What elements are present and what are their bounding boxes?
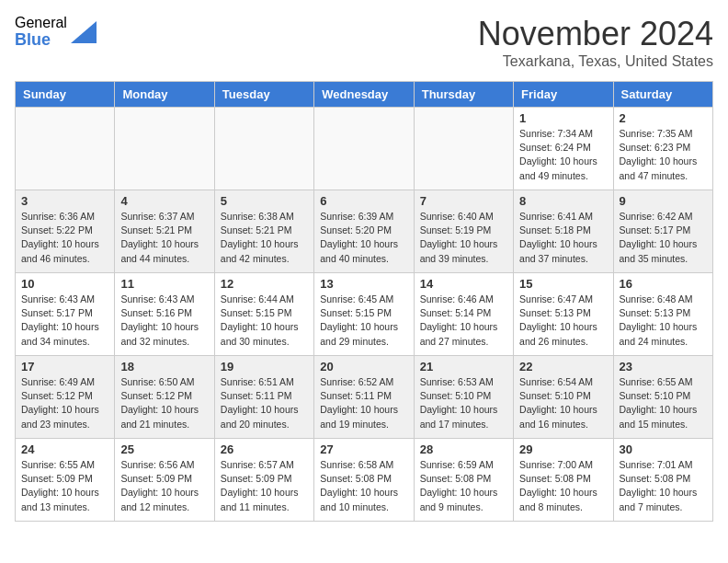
calendar-cell: 7Sunrise: 6:40 AM Sunset: 5:19 PM Daylig…: [414, 190, 513, 273]
calendar-cell: 16Sunrise: 6:48 AM Sunset: 5:13 PM Dayli…: [613, 273, 712, 356]
day-info: Sunrise: 6:49 AM Sunset: 5:12 PM Dayligh…: [21, 375, 108, 431]
day-info: Sunrise: 7:01 AM Sunset: 5:08 PM Dayligh…: [620, 458, 707, 514]
calendar-cell: 6Sunrise: 6:39 AM Sunset: 5:20 PM Daylig…: [314, 190, 414, 273]
day-number: 3: [21, 194, 108, 208]
day-number: 16: [620, 277, 707, 291]
day-info: Sunrise: 7:35 AM Sunset: 6:23 PM Dayligh…: [620, 127, 707, 183]
calendar-cell: 17Sunrise: 6:49 AM Sunset: 5:12 PM Dayli…: [16, 356, 115, 439]
calendar-cell: 2Sunrise: 7:35 AM Sunset: 6:23 PM Daylig…: [613, 108, 712, 190]
day-number: 26: [221, 442, 308, 456]
day-info: Sunrise: 6:54 AM Sunset: 5:10 PM Dayligh…: [519, 375, 607, 431]
weekday-header-sunday: Sunday: [16, 82, 115, 108]
calendar-cell: 13Sunrise: 6:45 AM Sunset: 5:15 PM Dayli…: [314, 273, 414, 356]
calendar-cell: [214, 108, 313, 190]
day-info: Sunrise: 6:37 AM Sunset: 5:21 PM Dayligh…: [120, 210, 208, 266]
calendar-cell: 21Sunrise: 6:53 AM Sunset: 5:10 PM Dayli…: [414, 356, 513, 439]
weekday-header-monday: Monday: [115, 82, 214, 108]
weekday-header-thursday: Thursday: [414, 82, 513, 108]
day-info: Sunrise: 6:43 AM Sunset: 5:16 PM Dayligh…: [120, 293, 208, 349]
day-info: Sunrise: 6:55 AM Sunset: 5:09 PM Dayligh…: [21, 458, 108, 514]
calendar-cell: 26Sunrise: 6:57 AM Sunset: 5:09 PM Dayli…: [214, 439, 313, 522]
calendar-cell: 27Sunrise: 6:58 AM Sunset: 5:08 PM Dayli…: [314, 439, 414, 522]
day-number: 1: [519, 111, 607, 125]
calendar-cell: 25Sunrise: 6:56 AM Sunset: 5:09 PM Dayli…: [115, 439, 214, 522]
day-number: 17: [21, 360, 108, 373]
day-info: Sunrise: 6:52 AM Sunset: 5:11 PM Dayligh…: [320, 375, 407, 431]
day-number: 10: [21, 277, 108, 291]
calendar-week-row: 3Sunrise: 6:36 AM Sunset: 5:22 PM Daylig…: [16, 190, 713, 273]
weekday-header-friday: Friday: [514, 82, 613, 108]
calendar-cell: 9Sunrise: 6:42 AM Sunset: 5:17 PM Daylig…: [613, 190, 712, 273]
calendar-cell: 19Sunrise: 6:51 AM Sunset: 5:11 PM Dayli…: [214, 356, 313, 439]
day-number: 21: [420, 360, 507, 373]
calendar-cell: 29Sunrise: 7:00 AM Sunset: 5:08 PM Dayli…: [514, 439, 613, 522]
day-number: 20: [320, 360, 407, 373]
calendar-cell: 15Sunrise: 6:47 AM Sunset: 5:13 PM Dayli…: [514, 273, 613, 356]
calendar-cell: 5Sunrise: 6:38 AM Sunset: 5:21 PM Daylig…: [214, 190, 313, 273]
logo-general: General: [15, 15, 67, 31]
calendar-cell: 24Sunrise: 6:55 AM Sunset: 5:09 PM Dayli…: [16, 439, 115, 522]
calendar-cell: [16, 108, 115, 190]
calendar-cell: 20Sunrise: 6:52 AM Sunset: 5:11 PM Dayli…: [314, 356, 414, 439]
day-number: 27: [320, 442, 407, 456]
day-info: Sunrise: 6:44 AM Sunset: 5:15 PM Dayligh…: [221, 293, 308, 349]
day-info: Sunrise: 6:45 AM Sunset: 5:15 PM Dayligh…: [320, 293, 407, 349]
weekday-header-tuesday: Tuesday: [214, 82, 313, 108]
day-number: 12: [221, 277, 308, 291]
day-number: 23: [620, 360, 707, 373]
calendar-cell: 10Sunrise: 6:43 AM Sunset: 5:17 PM Dayli…: [16, 273, 115, 356]
day-number: 13: [320, 277, 407, 291]
calendar-cell: 1Sunrise: 7:34 AM Sunset: 6:24 PM Daylig…: [514, 108, 613, 190]
day-info: Sunrise: 6:53 AM Sunset: 5:10 PM Dayligh…: [420, 375, 507, 431]
calendar-cell: 11Sunrise: 6:43 AM Sunset: 5:16 PM Dayli…: [115, 273, 214, 356]
page-header: General Blue November 2024 Texarkana, Te…: [15, 15, 713, 70]
day-info: Sunrise: 6:36 AM Sunset: 5:22 PM Dayligh…: [21, 210, 108, 266]
calendar-cell: [414, 108, 513, 190]
logo-blue: Blue: [15, 31, 67, 50]
day-info: Sunrise: 6:43 AM Sunset: 5:17 PM Dayligh…: [21, 293, 108, 349]
calendar-cell: 23Sunrise: 6:55 AM Sunset: 5:10 PM Dayli…: [613, 356, 712, 439]
calendar-week-row: 17Sunrise: 6:49 AM Sunset: 5:12 PM Dayli…: [16, 356, 713, 439]
weekday-header-wednesday: Wednesday: [314, 82, 414, 108]
day-info: Sunrise: 6:38 AM Sunset: 5:21 PM Dayligh…: [221, 210, 308, 266]
day-info: Sunrise: 6:51 AM Sunset: 5:11 PM Dayligh…: [221, 375, 308, 431]
calendar-cell: 22Sunrise: 6:54 AM Sunset: 5:10 PM Dayli…: [514, 356, 613, 439]
day-info: Sunrise: 6:56 AM Sunset: 5:09 PM Dayligh…: [120, 458, 208, 514]
day-number: 29: [519, 442, 607, 456]
day-number: 28: [420, 442, 507, 456]
weekday-header-row: SundayMondayTuesdayWednesdayThursdayFrid…: [16, 82, 713, 108]
logo-text: General Blue: [15, 15, 67, 49]
day-info: Sunrise: 7:34 AM Sunset: 6:24 PM Dayligh…: [519, 127, 607, 183]
day-info: Sunrise: 6:39 AM Sunset: 5:20 PM Dayligh…: [320, 210, 407, 266]
day-number: 22: [519, 360, 607, 373]
calendar-cell: 28Sunrise: 6:59 AM Sunset: 5:08 PM Dayli…: [414, 439, 513, 522]
calendar-cell: 4Sunrise: 6:37 AM Sunset: 5:21 PM Daylig…: [115, 190, 214, 273]
title-section: November 2024 Texarkana, Texas, United S…: [478, 15, 713, 70]
month-title: November 2024: [478, 15, 713, 53]
day-number: 15: [519, 277, 607, 291]
day-number: 11: [120, 277, 208, 291]
day-info: Sunrise: 6:46 AM Sunset: 5:14 PM Dayligh…: [420, 293, 507, 349]
weekday-header-saturday: Saturday: [613, 82, 712, 108]
location-title: Texarkana, Texas, United States: [478, 53, 713, 70]
calendar-table: SundayMondayTuesdayWednesdayThursdayFrid…: [15, 81, 713, 522]
day-info: Sunrise: 6:48 AM Sunset: 5:13 PM Dayligh…: [620, 293, 707, 349]
day-info: Sunrise: 6:50 AM Sunset: 5:12 PM Dayligh…: [120, 375, 208, 431]
calendar-cell: 14Sunrise: 6:46 AM Sunset: 5:14 PM Dayli…: [414, 273, 513, 356]
calendar-cell: 30Sunrise: 7:01 AM Sunset: 5:08 PM Dayli…: [613, 439, 712, 522]
day-number: 14: [420, 277, 507, 291]
day-number: 6: [320, 194, 407, 208]
calendar-week-row: 24Sunrise: 6:55 AM Sunset: 5:09 PM Dayli…: [16, 439, 713, 522]
calendar-week-row: 10Sunrise: 6:43 AM Sunset: 5:17 PM Dayli…: [16, 273, 713, 356]
day-info: Sunrise: 6:41 AM Sunset: 5:18 PM Dayligh…: [519, 210, 607, 266]
day-info: Sunrise: 6:47 AM Sunset: 5:13 PM Dayligh…: [519, 293, 607, 349]
day-number: 30: [620, 442, 707, 456]
day-number: 7: [420, 194, 507, 208]
day-info: Sunrise: 6:55 AM Sunset: 5:10 PM Dayligh…: [620, 375, 707, 431]
logo-icon: [71, 21, 97, 43]
calendar-cell: 3Sunrise: 6:36 AM Sunset: 5:22 PM Daylig…: [16, 190, 115, 273]
day-number: 8: [519, 194, 607, 208]
day-number: 25: [120, 442, 208, 456]
day-info: Sunrise: 6:59 AM Sunset: 5:08 PM Dayligh…: [420, 458, 507, 514]
day-info: Sunrise: 6:58 AM Sunset: 5:08 PM Dayligh…: [320, 458, 407, 514]
